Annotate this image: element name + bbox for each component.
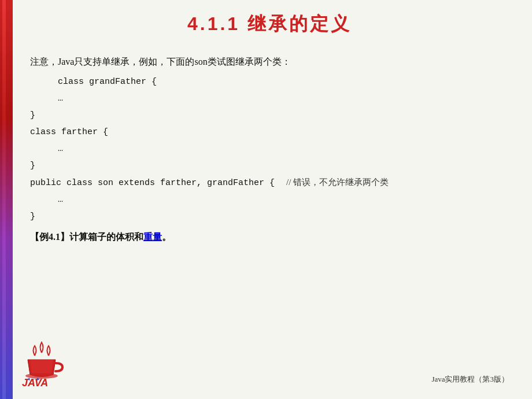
code-text: class farther {: [30, 127, 108, 137]
code-main-text: public class son extends farther, grandF…: [30, 175, 275, 191]
code-line-2: …: [30, 91, 509, 106]
left-bar: [0, 0, 13, 399]
java-logo-icon: JAVA ◄ ─ ►: [17, 335, 81, 387]
error-comment: // 错误，不允许继承两个类: [286, 175, 389, 190]
code-line-4: class farther {: [30, 124, 509, 140]
code-line-8: …: [30, 192, 509, 208]
code-line-6: }: [30, 158, 509, 173]
code-text: …: [58, 94, 63, 104]
java-logo-container: JAVA ◄ ─ ►: [17, 335, 81, 387]
code-text: }: [30, 212, 35, 221]
code-text: class grandFather {: [58, 77, 157, 87]
example-desc: 计算箱子的体积和: [69, 232, 143, 242]
left-bar-inner: [2, 0, 6, 399]
code-text: }: [30, 110, 35, 120]
code-line-9: }: [30, 209, 509, 224]
code-line-3: }: [30, 108, 509, 123]
code-text: …: [58, 144, 63, 154]
code-line-7: public class son extends farther, grandF…: [30, 175, 509, 191]
book-title: Java实用教程（第3版）: [431, 375, 509, 383]
main-content: 4.1.1 继承的定义 注意，Java只支持单继承，例如，下面的son类试图继承…: [13, 0, 532, 399]
example-suffix: 。: [162, 232, 171, 242]
intro-text: 注意，Java只支持单继承，例如，下面的son类试图继承两个类：: [30, 54, 509, 69]
example-link[interactable]: 重量: [143, 232, 162, 242]
page-title: 4.1.1 继承的定义: [30, 12, 509, 37]
example-prefix: 【例4.1】: [30, 232, 69, 242]
code-text: …: [58, 195, 63, 205]
footer-text: Java实用教程（第3版）: [431, 374, 509, 385]
example-line: 【例4.1】计算箱子的体积和重量。: [30, 231, 509, 243]
svg-text:◄ ─ ►: ◄ ─ ►: [26, 376, 41, 382]
code-text: }: [30, 161, 35, 171]
code-line-5: …: [30, 141, 509, 157]
code-line-1: class grandFather {: [30, 74, 509, 90]
code-block: class grandFather { … } class farther { …: [30, 74, 509, 224]
